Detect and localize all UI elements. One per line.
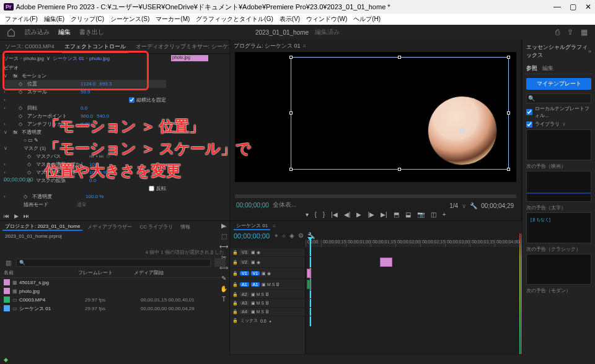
masked-photo[interactable]: ⊕: [428, 97, 496, 165]
menu-window[interactable]: ウィンドウ(W): [306, 15, 347, 24]
timeline-timecode[interactable]: 00;00;00;00: [234, 232, 270, 240]
razor-tool-icon[interactable]: ✂: [221, 254, 226, 261]
track-select-icon[interactable]: ⬚: [221, 233, 227, 240]
resolution-dropdown[interactable]: 1/4: [449, 202, 458, 209]
tab-info[interactable]: 情報: [178, 223, 193, 230]
wrench-icon[interactable]: 🔧: [470, 202, 477, 209]
selection-tool-icon[interactable]: ▶: [221, 222, 226, 229]
col-framerate[interactable]: フレームレート: [78, 269, 134, 276]
ripple-tool-icon[interactable]: ⟷: [219, 243, 228, 250]
disclosure-icon[interactable]: ∨: [4, 73, 9, 79]
menu-help[interactable]: ヘルプ(H): [353, 15, 381, 24]
clip-v2[interactable]: [380, 258, 392, 267]
workspace-import[interactable]: 読み込み: [25, 28, 50, 37]
go-out-icon[interactable]: ▶|: [381, 211, 387, 218]
project-item[interactable]: ▭C0003.MP429.97 fps00,00,01,15 00,00,40,…: [0, 295, 229, 304]
track-v1[interactable]: V1: [251, 271, 260, 275]
ec-play-icon[interactable]: ▶: [14, 213, 19, 219]
fit-dropdown[interactable]: 全体表...: [273, 201, 296, 209]
mix-value[interactable]: 0.0: [260, 319, 267, 323]
position-row[interactable]: 位置: [27, 80, 77, 87]
marker-icon[interactable]: ◈: [289, 232, 294, 240]
rotation-row[interactable]: 回転: [27, 105, 77, 111]
workspace-export[interactable]: 書き出し: [79, 28, 104, 37]
lock-icon[interactable]: 🔒: [232, 250, 238, 255]
tab-effect-controls[interactable]: エフェクトコントロール: [60, 40, 131, 53]
minimize-button[interactable]: —: [553, 2, 561, 11]
lock-icon[interactable]: 🔒: [232, 310, 238, 314]
motion-row[interactable]: モーション: [22, 72, 71, 79]
mask-invert-checkbox[interactable]: [149, 186, 154, 191]
menu-view[interactable]: 表示(V): [280, 15, 300, 24]
template-thumbnail[interactable]: [526, 171, 591, 202]
menu-graphics[interactable]: グラフィックとタイトル(G): [196, 15, 273, 24]
lock-icon[interactable]: 🔒: [232, 301, 238, 306]
blend-row[interactable]: 描画モード: [24, 201, 73, 208]
program-scrubber[interactable]: [235, 194, 516, 198]
step-back-icon[interactable]: ◀|: [344, 211, 351, 218]
project-item[interactable]: ▦450187_s.jpg: [0, 278, 229, 287]
fx-icon[interactable]: fx: [12, 130, 18, 134]
step-fwd-icon[interactable]: |▶: [368, 211, 374, 218]
clip-a1[interactable]: [307, 280, 311, 289]
settings-icon[interactable]: ⚙: [298, 232, 304, 240]
lock-icon[interactable]: 🔒: [232, 271, 238, 276]
libraries-checkbox[interactable]: [526, 121, 532, 128]
col-name[interactable]: 名前: [4, 269, 78, 276]
ec-timecode[interactable]: 00;00;00;00: [4, 176, 33, 183]
eg-tab-edit[interactable]: 編集: [542, 64, 553, 72]
add-marker-icon[interactable]: ▾: [306, 211, 309, 218]
menu-clip[interactable]: クリップ(C): [71, 15, 104, 24]
my-templates-button[interactable]: マイテンプレート: [526, 78, 591, 90]
anchor-icon[interactable]: ⊕: [459, 126, 465, 135]
lock-icon[interactable]: 🔒: [232, 260, 238, 265]
local-templates-checkbox[interactable]: [526, 109, 532, 115]
track-a4[interactable]: A4: [240, 310, 249, 314]
export-frame-icon[interactable]: 📷: [417, 211, 425, 218]
template-thumbnail[interactable]: [526, 129, 591, 160]
bin-icon[interactable]: ▥: [4, 258, 12, 267]
menu-edit[interactable]: 編集(E): [44, 15, 64, 24]
program-canvas[interactable]: ⊕: [235, 52, 516, 182]
maximize-button[interactable]: ▢: [570, 2, 576, 11]
program-timecode-left[interactable]: 00;00;00;00: [236, 202, 269, 209]
track-v3[interactable]: V3: [240, 250, 249, 254]
position-x[interactable]: 1124.0: [81, 81, 95, 87]
ec-next-icon[interactable]: ⏭: [24, 213, 29, 219]
type-tool-icon[interactable]: T: [222, 296, 226, 303]
extract-icon[interactable]: ⬓: [405, 211, 411, 218]
clip-v1[interactable]: [307, 269, 311, 278]
track-a2[interactable]: A2: [240, 292, 249, 297]
project-item[interactable]: ▭シーケンス 0129.97 fps00,00,00,00 00,00,04,2…: [0, 304, 229, 313]
workspace-menu-icon[interactable]: ▦: [581, 28, 588, 37]
tab-media-browser[interactable]: メディアブラウザー: [85, 223, 134, 230]
scale-row[interactable]: スケール: [27, 89, 77, 95]
menu-marker[interactable]: マーカー(M): [156, 15, 190, 24]
menu-sequence[interactable]: シーケンス(S): [110, 15, 149, 24]
project-search[interactable]: [16, 259, 211, 267]
ec-prev-icon[interactable]: ⏮: [4, 213, 9, 219]
snap-icon[interactable]: ⌖: [275, 232, 278, 240]
close-button[interactable]: ✕: [585, 2, 591, 11]
lift-icon[interactable]: ⬒: [394, 211, 399, 218]
linked-selection-icon[interactable]: ⟐: [282, 232, 286, 240]
template-thumbnail[interactable]: [526, 254, 591, 285]
mark-in-icon[interactable]: {: [315, 211, 317, 218]
home-button[interactable]: [6, 27, 16, 37]
plus-icon[interactable]: +: [443, 211, 446, 218]
lock-icon[interactable]: 🔒: [232, 282, 238, 287]
workspace-edit[interactable]: 編集: [58, 28, 71, 37]
mark-out-icon[interactable]: }: [323, 211, 325, 218]
play-icon[interactable]: ▶: [356, 211, 361, 218]
hand-tool-icon[interactable]: ✋: [220, 285, 227, 292]
blend-value[interactable]: 通常: [77, 201, 87, 208]
scale-value[interactable]: 59.9: [81, 89, 90, 95]
col-mediastart[interactable]: メディア開始: [134, 269, 226, 276]
track-a3[interactable]: A3: [240, 301, 249, 305]
compare-icon[interactable]: ◫: [431, 211, 436, 218]
track-a1[interactable]: A1: [251, 282, 260, 287]
timeline-ruler[interactable]: 00;0000;00;00;1500;00;01;00 00;00;01;150…: [306, 240, 519, 247]
lock-icon[interactable]: 🔒: [232, 292, 238, 297]
opacity2-value[interactable]: 100.0 %: [86, 194, 104, 199]
opacity2-row[interactable]: 不透明度: [32, 193, 82, 200]
